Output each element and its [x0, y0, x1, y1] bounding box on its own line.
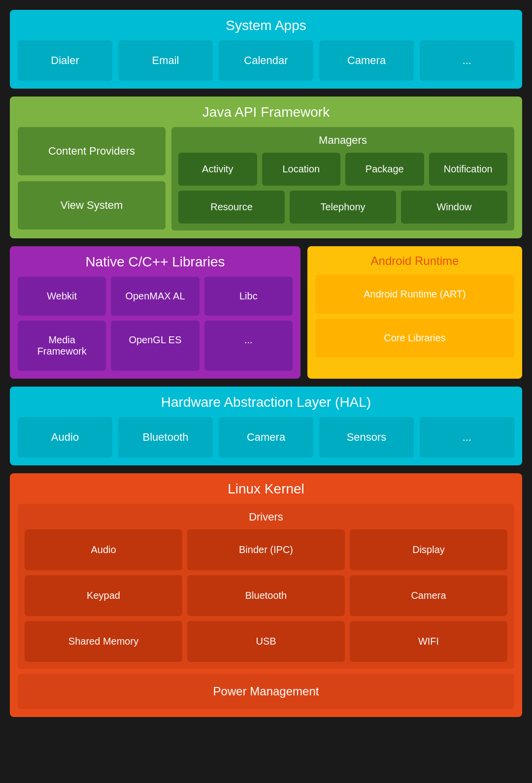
native-grid: Webkit OpenMAX AL Libc Media Framework O…	[18, 277, 293, 371]
managers-section: Managers Activity Location Package Notif…	[171, 127, 514, 230]
drivers-title: Drivers	[25, 511, 507, 523]
managers-title: Managers	[178, 134, 507, 147]
drivers-grid: Audio Binder (IPC) Display Keypad Blueto…	[25, 529, 507, 662]
drivers-row-2: Keypad Bluetooth Camera	[25, 575, 507, 616]
managers-row-2: Resource Telephony Window	[178, 191, 507, 224]
java-api-left: Content Providers View System	[18, 127, 166, 230]
native-libc: Libc	[204, 277, 293, 316]
drivers-row-1: Audio Binder (IPC) Display	[25, 529, 507, 570]
java-api-title: Java API Framework	[18, 104, 514, 120]
native-row-1: Webkit OpenMAX AL Libc	[18, 277, 293, 316]
hal-more: ...	[420, 417, 514, 457]
driver-shared-memory: Shared Memory	[25, 621, 182, 662]
app-more: ...	[420, 40, 514, 81]
java-api-layer: Java API Framework Content Providers Vie…	[10, 97, 522, 238]
hal-bluetooth: Bluetooth	[118, 417, 213, 457]
android-runtime-layer: Android Runtime Android Runtime (ART) Co…	[307, 246, 522, 379]
app-dialer: Dialer	[18, 40, 112, 81]
driver-audio: Audio	[25, 529, 182, 570]
manager-package: Package	[345, 153, 424, 186]
driver-wifi: WIFI	[350, 621, 507, 662]
drivers-section: Drivers Audio Binder (IPC) Display Keypa…	[18, 504, 514, 669]
android-runtime-title: Android Runtime	[315, 254, 514, 268]
native-row-2: Media Framework OpenGL ES ...	[18, 321, 293, 371]
system-apps-layer: System Apps Dialer Email Calendar Camera…	[10, 10, 522, 89]
drivers-row-3: Shared Memory USB WIFI	[25, 621, 507, 662]
driver-bluetooth: Bluetooth	[187, 575, 345, 616]
hal-title: Hardware Abstraction Layer (HAL)	[18, 394, 514, 410]
native-more: ...	[204, 321, 293, 371]
managers-row-1: Activity Location Package Notification	[178, 153, 507, 186]
view-system-card: View System	[18, 181, 166, 229]
hal-sensors: Sensors	[319, 417, 414, 457]
system-apps-grid: Dialer Email Calendar Camera ...	[18, 40, 514, 81]
native-webkit: Webkit	[18, 277, 106, 316]
app-calendar: Calendar	[219, 40, 313, 81]
runtime-art: Android Runtime (ART)	[315, 275, 514, 314]
runtime-core-libraries: Core Libraries	[315, 319, 514, 358]
manager-notification: Notification	[429, 153, 508, 186]
manager-activity: Activity	[178, 153, 257, 186]
manager-resource: Resource	[178, 191, 285, 224]
hal-layer: Hardware Abstraction Layer (HAL) Audio B…	[10, 387, 522, 465]
native-media-framework: Media Framework	[18, 321, 106, 371]
manager-location: Location	[262, 153, 341, 186]
system-apps-title: System Apps	[18, 18, 514, 33]
driver-camera: Camera	[350, 575, 507, 616]
driver-keypad: Keypad	[25, 575, 182, 616]
content-providers-card: Content Providers	[18, 127, 166, 175]
app-email: Email	[118, 40, 213, 81]
manager-telephony: Telephony	[290, 191, 396, 224]
driver-binder: Binder (IPC)	[187, 529, 345, 570]
linux-kernel-layer: Linux Kernel Drivers Audio Binder (IPC) …	[10, 473, 522, 717]
hal-audio: Audio	[18, 417, 112, 457]
app-camera: Camera	[319, 40, 414, 81]
driver-display: Display	[350, 529, 507, 570]
hal-camera: Camera	[219, 417, 313, 457]
hal-grid: Audio Bluetooth Camera Sensors ...	[18, 417, 514, 457]
manager-window: Window	[401, 191, 507, 224]
linux-kernel-title: Linux Kernel	[18, 481, 514, 497]
native-cpp-layer: Native C/C++ Libraries Webkit OpenMAX AL…	[10, 246, 300, 379]
native-runtime-row: Native C/C++ Libraries Webkit OpenMAX AL…	[10, 246, 522, 379]
native-cpp-title: Native C/C++ Libraries	[18, 254, 293, 270]
native-openmax: OpenMAX AL	[111, 277, 199, 316]
native-opengl: OpenGL ES	[111, 321, 199, 371]
power-management: Power Management	[18, 674, 514, 709]
driver-usb: USB	[187, 621, 345, 662]
managers-grid: Activity Location Package Notification R…	[178, 153, 507, 224]
java-api-inner: Content Providers View System Managers A…	[18, 127, 514, 230]
